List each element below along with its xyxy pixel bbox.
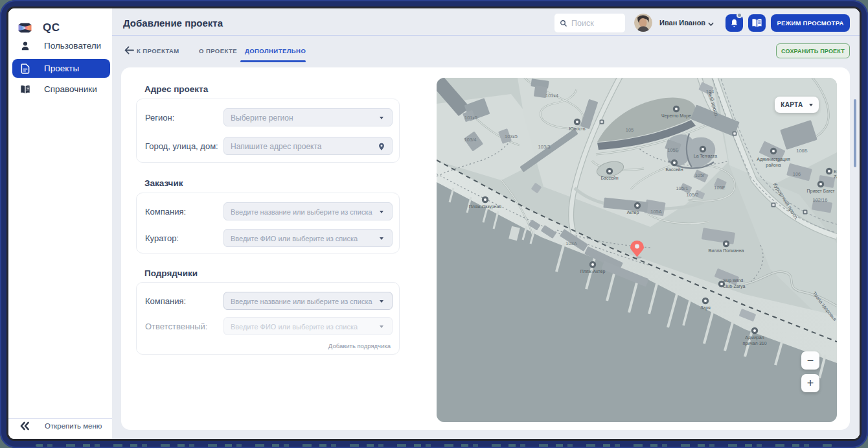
svg-text:Бассейн: Бассейн <box>600 176 618 180</box>
svg-text:103А: 103А <box>565 241 577 246</box>
svg-text:Черетто Море: Черетто Море <box>661 113 691 119</box>
svg-text:Адмирал: Адмирал <box>745 335 764 340</box>
svg-text:Пляж-Лазурная: Пляж-Лазурная <box>469 204 502 209</box>
svg-text:района: района <box>766 163 781 168</box>
svg-text:105Е: 105Е <box>714 185 725 191</box>
svg-text:Юность: Юность <box>569 126 586 131</box>
svg-text:Пляж-Актёр: Пляж-Актёр <box>580 269 606 274</box>
svg-text:103/3: 103/3 <box>538 144 551 150</box>
svg-text:Актер: Актер <box>627 210 639 215</box>
svg-text:105/2: 105/2 <box>687 192 699 198</box>
svg-text:Заря: Заря <box>700 305 711 311</box>
svg-text:105/1: 105/1 <box>676 185 689 191</box>
svg-text:Sup-Wind-: Sup-Wind- <box>723 278 745 283</box>
svg-text:Club-Zarya: Club-Zarya <box>723 284 746 289</box>
svg-text:105: 105 <box>626 127 634 133</box>
svg-text:103к5: 103к5 <box>505 134 518 139</box>
svg-text:102/16: 102/16 <box>813 197 828 203</box>
svg-text:101к4: 101к4 <box>545 93 558 99</box>
svg-text:Бассейн: Бассейн <box>665 167 683 172</box>
svg-text:Вилла Полианна: Вилла Полианна <box>709 248 744 253</box>
svg-text:105Г: 105Г <box>695 172 706 178</box>
svg-text:105А: 105А <box>650 209 662 215</box>
svg-text:причал-310: причал-310 <box>742 341 766 346</box>
svg-text:Ex: Ex <box>834 169 837 174</box>
svg-text:103/4: 103/4 <box>464 137 477 143</box>
svg-text:La Terrazza: La Terrazza <box>694 154 718 158</box>
svg-text:Привет Багет: Привет Багет <box>806 189 835 194</box>
svg-text:106Б: 106Б <box>796 148 808 154</box>
svg-text:105Б: 105Б <box>667 147 679 153</box>
svg-text:101к5: 101к5 <box>464 115 477 121</box>
svg-text:Za: Za <box>834 174 837 179</box>
svg-text:Администрация: Администрация <box>757 157 790 162</box>
svg-text:106: 106 <box>793 171 801 177</box>
